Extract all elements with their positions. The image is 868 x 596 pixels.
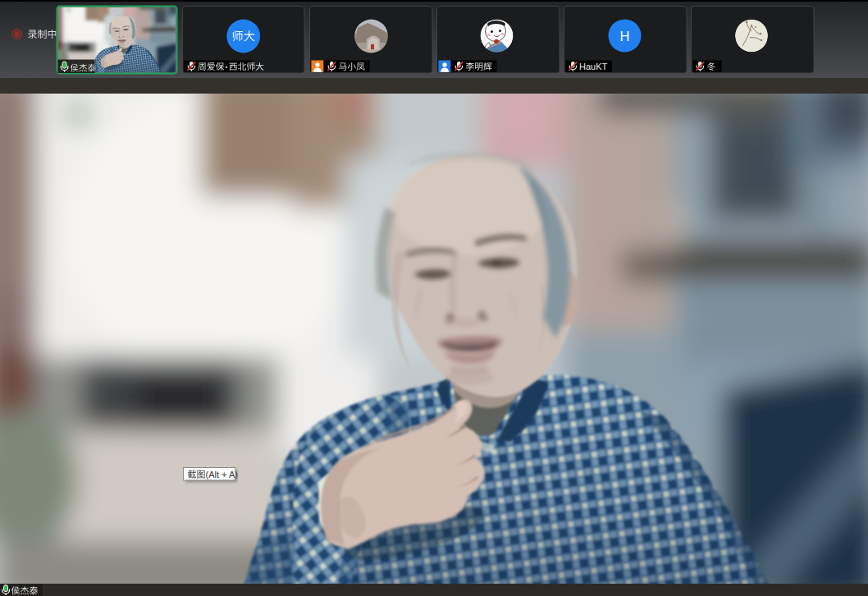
svg-text:(Alt + A): (Alt + A)	[206, 470, 238, 479]
svg-text:HauKT: HauKT	[579, 62, 608, 71]
svg-text:H: H	[620, 29, 630, 44]
